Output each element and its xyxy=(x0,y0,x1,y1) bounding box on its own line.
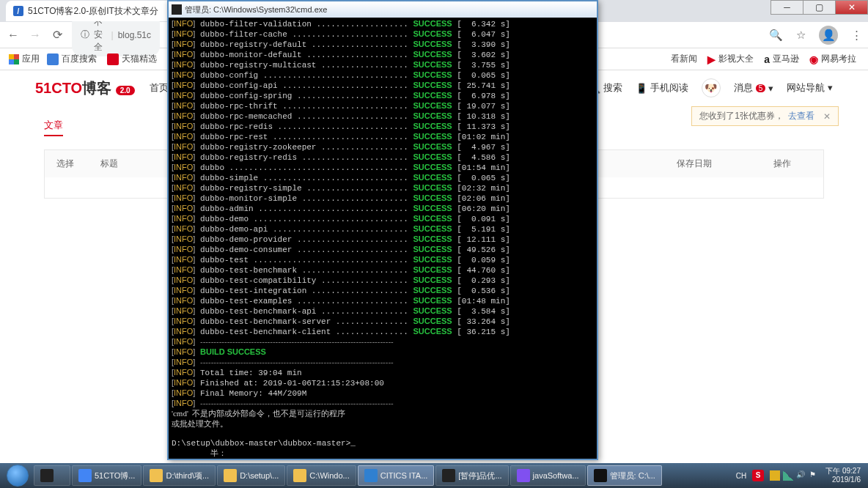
close-button[interactable]: ✕ xyxy=(835,0,868,15)
apps-icon[interactable]: 应用 xyxy=(9,53,40,65)
nav-home[interactable]: 首页 xyxy=(150,81,169,95)
forward-icon[interactable]: → xyxy=(28,29,43,42)
th-op: 操作 xyxy=(753,158,812,170)
site-logo[interactable]: 51CTO博客 2.0 xyxy=(35,78,135,98)
bookmark-item[interactable]: 天猫精选 xyxy=(104,51,160,67)
network-icon[interactable] xyxy=(783,470,793,481)
taskbar-item[interactable]: javaSoftwa... xyxy=(510,465,586,486)
menu-icon[interactable]: ⋮ xyxy=(851,29,862,42)
maximize-button[interactable]: ▢ xyxy=(803,0,836,15)
taskbar-item[interactable]: 51CTO博... xyxy=(72,465,141,486)
cmd-output[interactable]: [INFO] dubbo-filter-validation .........… xyxy=(169,18,597,459)
reload-icon[interactable]: ⟳ xyxy=(50,28,65,42)
bookmark-star-icon[interactable]: ☆ xyxy=(796,29,806,42)
taskbar-item[interactable]: CITICS ITA... xyxy=(358,465,435,486)
url-text: blog.51c xyxy=(118,30,151,40)
cmd-titlebar[interactable]: 管理员: C:\Windows\System32\cmd.exe xyxy=(169,1,597,18)
taskbar: 51CTO博...D:\third\项...D:\setup\...C:\Win… xyxy=(0,463,868,488)
user-avatar-icon[interactable]: 🐶 xyxy=(702,78,721,97)
minimize-button[interactable]: ─ xyxy=(770,0,803,15)
bookmark-item[interactable]: 看新闻 xyxy=(668,51,700,67)
th-date: 保存日期 xyxy=(636,158,753,170)
taskbar-item[interactable] xyxy=(34,465,70,486)
taskbar-item[interactable]: 管理员: C:\... xyxy=(587,465,662,486)
coupon-link[interactable]: 去查看 xyxy=(788,110,814,122)
tray-icon[interactable] xyxy=(770,470,780,481)
system-tray: CH S 🔊 ⚑ 下午 09:27 2019/1/6 xyxy=(736,467,865,484)
favicon-icon: / xyxy=(13,6,23,16)
cmd-window[interactable]: 管理员: C:\Windows\System32\cmd.exe [INFO] … xyxy=(167,0,598,460)
notice-close-icon[interactable]: ✕ xyxy=(823,111,831,122)
cmd-icon xyxy=(172,4,182,15)
taskbar-item[interactable]: D:\setup\... xyxy=(217,465,285,486)
browser-tab[interactable]: / 51CTO博客2.0-原创IT技术文章分 × xyxy=(6,1,179,21)
back-icon[interactable]: ← xyxy=(6,29,21,42)
search-omnibox-icon[interactable]: 🔍 xyxy=(769,29,783,42)
bookmark-item[interactable]: ▶ 影视大全 xyxy=(705,51,757,67)
volume-icon[interactable]: 🔊 xyxy=(796,470,806,481)
tab-article[interactable]: 文章 xyxy=(44,119,63,136)
cmd-title-text: 管理员: C:\Windows\System32\cmd.exe xyxy=(185,4,327,15)
start-button[interactable] xyxy=(3,465,32,487)
taskbar-item[interactable]: D:\third\项... xyxy=(143,465,216,486)
ime-indicator[interactable]: CH xyxy=(736,472,746,480)
site-nav-link[interactable]: 网站导航 ▾ xyxy=(787,81,833,95)
flag-icon[interactable]: ⚑ xyxy=(809,470,820,481)
sogou-icon[interactable]: S xyxy=(752,470,764,481)
messages-link[interactable]: 消息 5 ▾ xyxy=(734,81,774,95)
taskbar-item[interactable]: [暂停]品优... xyxy=(435,465,508,486)
th-select: 选择 xyxy=(56,158,100,170)
taskbar-item[interactable]: C:\Windo... xyxy=(287,465,356,486)
clock[interactable]: 下午 09:27 2019/1/6 xyxy=(825,467,861,484)
bookmark-item[interactable]: 百度搜索 xyxy=(44,51,100,67)
bookmark-item[interactable]: a 亚马逊 xyxy=(761,51,802,67)
security-text: 不安全 xyxy=(94,16,107,53)
tab-title: 51CTO博客2.0-原创IT技术文章分 xyxy=(28,5,158,18)
bookmark-item[interactable]: ◉ 网易考拉 xyxy=(806,51,859,67)
profile-avatar-icon[interactable]: 👤 xyxy=(819,26,838,45)
security-icon: ⓘ xyxy=(81,29,89,41)
coupon-notice: 您收到了1张优惠券， 去查看 ✕ xyxy=(691,106,839,126)
window-controls: ─ ▢ ✕ xyxy=(771,0,868,15)
mobile-read[interactable]: 📱 手机阅读 xyxy=(636,81,688,95)
